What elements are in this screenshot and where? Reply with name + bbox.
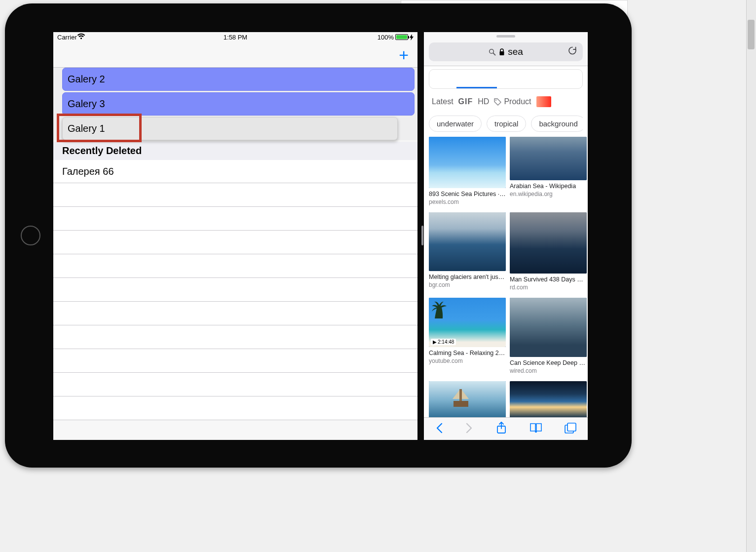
gallery-table: Galery 2 Galery 3 Galery 1 bbox=[53, 68, 417, 140]
result-caption: Melting glaciers aren't just … bbox=[429, 274, 506, 280]
empty-row bbox=[53, 325, 417, 349]
empty-row bbox=[53, 396, 417, 420]
safari-slideover: sea Latest GIF HD Product bbox=[424, 32, 588, 440]
forward-button bbox=[465, 422, 473, 436]
split-grabber-icon bbox=[421, 226, 423, 245]
result-thumbnail bbox=[510, 137, 587, 180]
gallery-row-label: Galery 2 bbox=[68, 74, 105, 85]
image-result[interactable]: Can Science Keep Deep Se… wired.com bbox=[510, 298, 587, 378]
ipad-screen: Carrier 1:58 PM 100% + Galery 2 bbox=[53, 32, 588, 440]
result-thumbnail bbox=[510, 381, 587, 417]
svg-rect-8 bbox=[567, 423, 576, 431]
svg-line-1 bbox=[493, 53, 495, 55]
result-caption: Man Survived 438 Days Stu… bbox=[510, 276, 587, 283]
palm-icon bbox=[431, 300, 451, 319]
result-thumbnail: ▶ 2:14:48 bbox=[429, 298, 506, 347]
filter-chips: Latest GIF HD Product bbox=[429, 93, 583, 111]
empty-row bbox=[53, 349, 417, 373]
empty-row bbox=[53, 254, 417, 278]
chip-latest[interactable]: Latest bbox=[432, 97, 454, 106]
gallery-app: Carrier 1:58 PM 100% + Galery 2 bbox=[53, 32, 417, 440]
empty-row bbox=[53, 302, 417, 325]
result-caption: Calming Sea - Relaxing 2 H… bbox=[429, 350, 506, 356]
image-result[interactable]: ▶ 2:14:48 Calming Sea - Relaxing 2 H… yo… bbox=[429, 298, 506, 378]
add-button[interactable]: + bbox=[399, 46, 409, 63]
chip-hd[interactable]: HD bbox=[478, 97, 489, 106]
pill-tropical[interactable]: tropical bbox=[487, 116, 526, 132]
ship-icon bbox=[449, 386, 473, 411]
gallery-row[interactable]: Galery 3 bbox=[62, 92, 415, 116]
gallery-row[interactable]: Galery 2 bbox=[62, 68, 415, 91]
empty-rows bbox=[53, 183, 417, 420]
image-result[interactable]: Melting glaciers aren't just … bgr.com bbox=[429, 212, 506, 295]
pill-background[interactable]: background bbox=[531, 116, 583, 132]
svg-rect-5 bbox=[459, 389, 462, 401]
empty-row bbox=[53, 231, 417, 254]
search-icon bbox=[489, 48, 496, 56]
safari-bottom-toolbar bbox=[424, 417, 588, 440]
result-source: wired.com bbox=[510, 367, 587, 374]
empty-row bbox=[53, 207, 417, 231]
result-caption: Arabian Sea - Wikipedia bbox=[510, 183, 587, 190]
result-source: pexels.com bbox=[429, 198, 506, 205]
image-result[interactable] bbox=[429, 381, 506, 417]
result-source: en.wikipedia.org bbox=[510, 191, 587, 197]
safari-toolbar: sea bbox=[424, 32, 588, 66]
result-thumbnail bbox=[429, 212, 506, 271]
result-source: rd.com bbox=[510, 284, 587, 291]
search-results[interactable]: Latest GIF HD Product underwater tropica… bbox=[424, 66, 588, 417]
slideover-grabber[interactable] bbox=[496, 35, 515, 38]
background-scrollbar bbox=[746, 0, 756, 552]
tabs-button[interactable] bbox=[565, 423, 576, 435]
reload-button[interactable] bbox=[567, 46, 577, 58]
video-duration-badge: ▶ 2:14:48 bbox=[431, 339, 456, 345]
image-result[interactable]: Arabian Sea - Wikipedia en.wikipedia.org bbox=[510, 137, 587, 209]
tag-icon bbox=[494, 98, 501, 106]
deleted-row-label: Галерея 66 bbox=[62, 166, 114, 177]
chip-gif[interactable]: GIF bbox=[458, 97, 473, 106]
battery-percent: 100% bbox=[378, 34, 394, 41]
svg-rect-2 bbox=[500, 51, 504, 55]
image-result[interactable]: Man Survived 438 Days Stu… rd.com bbox=[510, 212, 587, 295]
chip-product[interactable]: Product bbox=[494, 97, 531, 106]
active-tab-indicator bbox=[456, 87, 497, 88]
result-thumbnail bbox=[510, 298, 587, 357]
result-caption: 893 Scenic Sea Pictures · P… bbox=[429, 191, 506, 197]
suggestion-pills: underwater tropical background bbox=[429, 116, 583, 132]
image-result[interactable] bbox=[510, 381, 587, 417]
gallery-row-label: Galery 3 bbox=[68, 98, 105, 110]
carrier-label: Carrier bbox=[57, 34, 77, 41]
navigation-bar: + bbox=[53, 42, 417, 68]
empty-row bbox=[53, 278, 417, 302]
empty-row bbox=[53, 373, 417, 396]
back-button[interactable] bbox=[435, 422, 443, 436]
result-source: youtube.com bbox=[429, 357, 506, 364]
share-button[interactable] bbox=[496, 422, 507, 436]
bookmarks-button[interactable] bbox=[529, 423, 542, 435]
wifi-icon bbox=[77, 33, 85, 41]
pill-underwater[interactable]: underwater bbox=[429, 116, 482, 132]
svg-rect-4 bbox=[454, 401, 468, 407]
deleted-row[interactable]: Галерея 66 bbox=[53, 160, 417, 183]
home-button[interactable] bbox=[21, 226, 40, 245]
svg-point-3 bbox=[495, 99, 496, 100]
gallery-row-label: Galery 1 bbox=[68, 123, 105, 134]
ipad-simulator-frame: Carrier 1:58 PM 100% + Galery 2 bbox=[5, 3, 632, 468]
result-thumbnail bbox=[429, 137, 506, 188]
status-time: 1:58 PM bbox=[224, 34, 247, 41]
url-text: sea bbox=[508, 46, 523, 57]
chip-color-swatch[interactable] bbox=[536, 96, 551, 107]
result-thumbnail bbox=[429, 381, 506, 417]
result-source: bgr.com bbox=[429, 281, 506, 288]
section-header-recently-deleted: Recently Deleted bbox=[53, 142, 417, 160]
result-caption: Can Science Keep Deep Se… bbox=[510, 359, 587, 366]
search-tabs-card[interactable] bbox=[429, 69, 583, 89]
address-bar[interactable]: sea bbox=[429, 42, 583, 61]
gallery-row-dragging[interactable]: Galery 1 bbox=[62, 117, 398, 140]
status-bar: Carrier 1:58 PM 100% bbox=[53, 32, 417, 42]
lock-icon bbox=[499, 48, 505, 56]
image-result[interactable]: 893 Scenic Sea Pictures · P… pexels.com bbox=[429, 137, 506, 209]
charging-icon bbox=[410, 34, 414, 40]
image-results-grid: 893 Scenic Sea Pictures · P… pexels.com … bbox=[429, 137, 583, 417]
empty-row bbox=[53, 183, 417, 207]
